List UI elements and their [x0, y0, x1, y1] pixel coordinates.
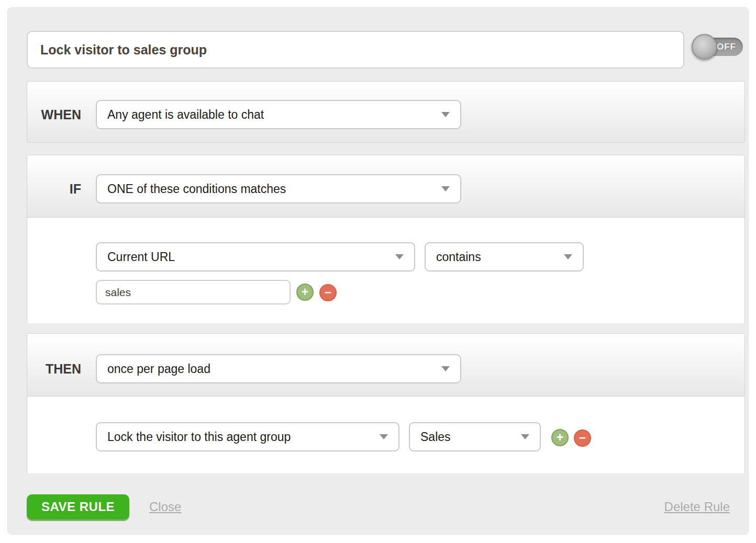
chevron-down-icon	[441, 366, 450, 371]
chevron-down-icon	[564, 254, 572, 259]
when-label: WHEN	[27, 100, 81, 129]
action-type-value: Lock the visitor to this agent group	[107, 430, 291, 444]
delete-rule-link[interactable]: Delete Rule	[664, 500, 730, 514]
if-label: IF	[27, 174, 81, 203]
remove-action-button[interactable]: −	[574, 429, 591, 447]
then-frequency-select[interactable]: once per page load	[96, 354, 461, 383]
when-select[interactable]: Any agent is available to chat	[96, 100, 461, 129]
chevron-down-icon	[521, 434, 529, 439]
when-select-value: Any agent is available to chat	[107, 108, 264, 122]
rule-editor-page: OFF WHEN Any agent is available to chat …	[0, 0, 756, 543]
action-type-select[interactable]: Lock the visitor to this agent group	[96, 422, 399, 451]
close-link[interactable]: Close	[149, 500, 181, 514]
condition-operator-select[interactable]: contains	[425, 242, 584, 272]
add-condition-button[interactable]: +	[296, 284, 314, 301]
chevron-down-icon	[441, 112, 450, 117]
condition-operator-value: contains	[436, 250, 481, 264]
condition-value-input[interactable]	[96, 280, 291, 304]
minus-icon: −	[325, 287, 331, 299]
then-frequency-value: once per page load	[107, 362, 210, 376]
minus-icon: −	[579, 432, 586, 444]
toggle-knob-icon[interactable]	[692, 34, 717, 60]
plus-icon: +	[302, 286, 308, 298]
toggle-state-label: OFF	[717, 42, 736, 52]
chevron-down-icon	[395, 254, 404, 259]
rule-name-input[interactable]	[27, 31, 684, 69]
action-group-value: Sales	[420, 430, 451, 444]
save-rule-button[interactable]: SAVE RULE	[27, 494, 129, 519]
remove-condition-button[interactable]: −	[319, 284, 337, 301]
chevron-down-icon	[441, 186, 450, 191]
condition-field-select[interactable]: Current URL	[96, 242, 415, 272]
if-match-mode-value: ONE of these conditions matches	[107, 182, 286, 196]
condition-field-value: Current URL	[107, 250, 175, 264]
rule-panel: OFF WHEN Any agent is available to chat …	[7, 7, 749, 535]
if-match-mode-select[interactable]: ONE of these conditions matches	[96, 174, 461, 203]
plus-icon: +	[557, 432, 563, 444]
action-group-select[interactable]: Sales	[409, 422, 541, 451]
add-action-button[interactable]: +	[551, 429, 569, 446]
then-label: THEN	[27, 354, 81, 383]
chevron-down-icon	[380, 434, 388, 439]
